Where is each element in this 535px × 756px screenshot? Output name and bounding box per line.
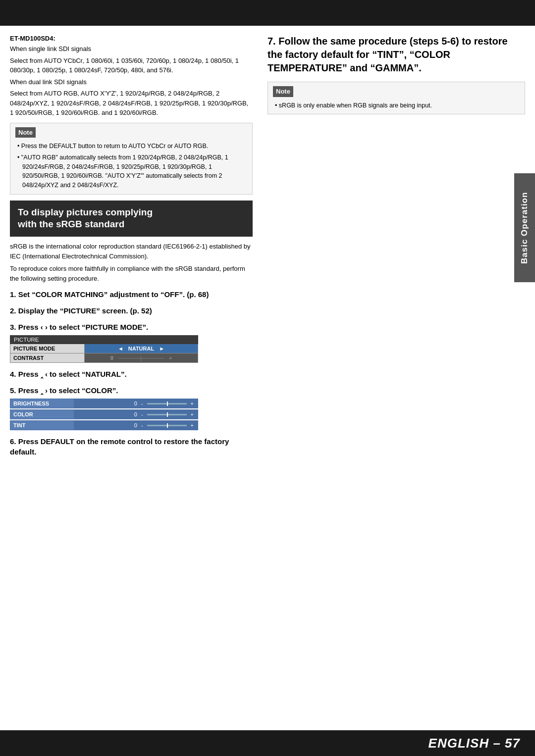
color-bar: [147, 414, 187, 415]
note-title-right: Note: [273, 86, 293, 97]
slider-row-color: COLOR 0 - +: [10, 409, 198, 419]
tint-label: TINT: [10, 420, 74, 430]
brightness-left-arrow: -: [141, 401, 143, 406]
intro-text-1: sRGB is the international color reproduc…: [10, 242, 253, 261]
step5-heading: 5. Press ‸ › to select “COLOR”.: [10, 385, 253, 396]
model-label: ET-MD100SD4:: [10, 35, 253, 42]
slider-row-tint: TINT 0 - +: [10, 420, 198, 430]
brightness-right-arrow: +: [191, 401, 194, 406]
tint-num: 0: [134, 422, 137, 428]
footer-bar: ENGLISH – 57: [0, 730, 535, 756]
sidebar-label: Basic Operation: [520, 192, 530, 263]
step4-heading: 4. Press ‸ ‹ to select “NATURAL”.: [10, 369, 253, 379]
brightness-value-area: 0 - +: [74, 399, 198, 408]
contrast-plus: +: [169, 355, 172, 361]
note-box-right: Note sRGB is only enable when RGB signal…: [268, 82, 525, 114]
section-header-line2: with the sRGB standard: [18, 219, 124, 229]
intro-text-2: To reproduce colors more faithfully in c…: [10, 264, 253, 283]
picture-mode-label: PICTURE MODE: [10, 344, 85, 353]
picture-table-row-2: CONTRAST 0 ──────┼────── +: [10, 353, 198, 363]
brightness-label: BRIGHTNESS: [10, 399, 74, 408]
right-column: 7. Follow the same procedure (steps 5-6)…: [263, 35, 525, 459]
picture-table-header: PICTURE: [10, 335, 198, 344]
tint-bar: [147, 425, 187, 426]
slider-row-brightness: BRIGHTNESS 0 - +: [10, 399, 198, 408]
color-left-arrow: -: [141, 411, 143, 417]
contrast-label: CONTRAST: [10, 353, 85, 362]
note-item-1: Press the DEFAULT button to return to AU…: [15, 142, 247, 151]
color-num: 0: [134, 411, 137, 417]
left-column: ET-MD100SD4: When single link SDI signal…: [10, 35, 263, 459]
step2-heading: 2. Display the “PICTURE” screen. (p. 52): [10, 305, 253, 316]
slider-table: BRIGHTNESS 0 - + COLOR 0 - +: [10, 399, 198, 430]
contrast-num: 0: [110, 355, 113, 361]
step6-heading: 6. Press DEFAULT on the remote control t…: [10, 436, 253, 457]
picture-table: PICTURE PICTURE MODE ◄ NATURAL ► CONTRAS…: [10, 335, 198, 363]
section-header-line1: To display pictures complying: [18, 207, 153, 217]
tint-value-area: 0 - +: [74, 420, 198, 430]
picture-mode-value: ◄ NATURAL ►: [85, 344, 198, 353]
right-heading: 7. Follow the same procedure (steps 5-6)…: [268, 35, 525, 75]
note-item-2: "AUTO RGB" automatically selects from 1 …: [15, 153, 247, 190]
step1-heading: 1. Set “COLOR MATCHING” adjustment to “O…: [10, 289, 253, 300]
single-link-label: When single link SDI signals: [10, 44, 253, 54]
color-right-arrow: +: [191, 411, 194, 417]
tint-left-arrow: -: [141, 422, 143, 428]
step3-heading: 3. Press ‹ › to select “PICTURE MODE”.: [10, 322, 253, 332]
note-title-left: Note: [15, 127, 36, 138]
brightness-num: 0: [134, 401, 137, 406]
picture-mode-text: NATURAL: [128, 346, 154, 352]
contrast-dash: ──────┼──────: [118, 355, 164, 361]
arrow-right-icon: ►: [159, 346, 164, 352]
footer-text: ENGLISH – 57: [428, 736, 520, 751]
dual-link-text: Select from AUTO RGB, AUTO X'Y'Z', 1 920…: [10, 89, 253, 118]
color-value-area: 0 - +: [74, 409, 198, 419]
page-wrapper: ET-MD100SD4: When single link SDI signal…: [0, 0, 535, 756]
note-box-left: Note Press the DEFAULT button to return …: [10, 123, 253, 195]
arrow-left-icon: ◄: [118, 346, 123, 352]
picture-table-row-1: PICTURE MODE ◄ NATURAL ►: [10, 344, 198, 353]
dual-link-label: When dual link SDI signals: [10, 77, 253, 87]
brightness-bar: [147, 403, 187, 404]
single-link-text: Select from AUTO YCbCr, 1 080/60i, 1 035…: [10, 56, 253, 75]
contrast-value-area: 0 ──────┼────── +: [85, 353, 198, 362]
color-label: COLOR: [10, 409, 74, 419]
tint-right-arrow: +: [191, 422, 194, 428]
top-bar: [0, 0, 535, 26]
right-note-item-1: sRGB is only enable when RGB signals are…: [273, 101, 520, 110]
sidebar-tab: Basic Operation: [514, 173, 535, 282]
main-content: ET-MD100SD4: When single link SDI signal…: [0, 26, 535, 464]
section-header: To display pictures complying with the s…: [10, 201, 253, 237]
